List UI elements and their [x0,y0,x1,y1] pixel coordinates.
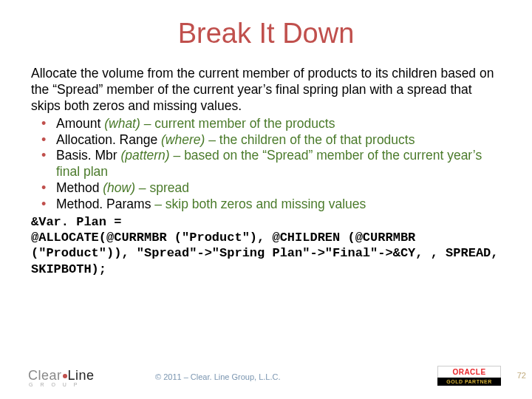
logo-subtext: G R O U P [29,382,95,387]
footer: ClearLine G R O U P © 2011 – Clear. Line… [0,362,532,392]
clearline-logo: ClearLine G R O U P [28,368,95,387]
bullet-label: Allocation. Range [56,132,161,147]
bullet-label: Method. Params [56,197,154,211]
oracle-label: ORACLE [437,366,501,378]
slide: Break It Down Allocate the volume from t… [0,0,532,399]
bullet-rest: – the children of the of that products [205,132,415,147]
copyright-text: © 2011 – Clear. Line Group, L.L.C. [155,372,281,381]
bullet-paren: (how) [103,180,135,195]
oracle-badge: ORACLE GOLD PARTNER [437,366,501,386]
list-item: Amount (what) – current member of the pr… [35,116,501,132]
bullet-list: Amount (what) – current member of the pr… [31,116,501,213]
bullet-paren: (pattern) [121,148,170,163]
code-line: @ALLOCATE(@CURRMBR ("Product"), @CHILDRE… [31,230,501,277]
bullet-paren: (where) [161,132,205,147]
slide-body: Allocate the volume from the current mem… [31,66,501,277]
list-item: Method (how) – spread [35,180,501,197]
logo-text-line: Line [68,368,95,383]
list-item: Basis. Mbr (pattern) – based on the “Spr… [35,148,501,180]
slide-title: Break It Down [31,18,501,50]
oracle-partner-label: GOLD PARTNER [437,378,501,386]
intro-paragraph: Allocate the volume from the current mem… [31,66,501,115]
code-block: &Var. Plan = @ALLOCATE(@CURRMBR ("Produc… [31,214,501,277]
bullet-label: Amount [56,116,104,131]
bullet-rest: – skip both zeros and missing values [154,197,366,211]
list-item: Allocation. Range (where) – the children… [35,132,501,149]
bullet-rest: – current member of the products [140,116,335,131]
dot-icon [63,374,67,378]
logo-text-clear: Clear [28,368,62,383]
page-number: 72 [517,371,526,380]
bullet-rest: – spread [135,180,189,195]
list-item: Method. Params – skip both zeros and mis… [35,197,501,213]
bullet-label: Method [56,180,103,195]
code-line: &Var. Plan = [31,214,501,230]
bullet-paren: (what) [104,116,140,131]
bullet-label: Basis. Mbr [56,148,121,163]
